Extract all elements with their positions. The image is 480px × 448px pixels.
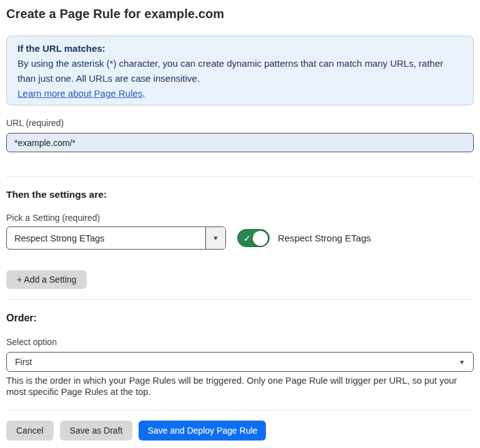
pick-setting-label: Pick a Setting (required) [6,213,474,223]
toggle-knob [253,231,268,246]
page-rule-form: Create a Page Rule for example.com If th… [0,0,480,448]
cancel-button[interactable]: Cancel [6,421,54,441]
check-icon: ✓ [243,233,251,242]
info-box-link-line: Learn more about Page Rules. [17,86,463,101]
url-match-info-box: If the URL matches: By using the asteris… [6,36,474,105]
order-select[interactable]: First ▼ [6,352,474,372]
setting-select[interactable]: Respect Strong ETags ▼ [6,226,226,250]
toggle-label: Respect Strong ETags [278,233,371,243]
add-setting-button[interactable]: + Add a Setting [6,270,87,289]
order-help-text: This is the order in which your Page Rul… [6,375,468,397]
footer-buttons: Cancel Save as Draft Save and Deploy Pag… [6,421,474,441]
info-box-heading: If the URL matches: [17,41,463,56]
divider [6,176,474,177]
save-as-draft-button[interactable]: Save as Draft [60,421,133,441]
url-field-label: URL (required) [6,118,474,129]
etags-toggle[interactable]: ✓ [237,229,270,247]
settings-section-heading: Then the settings are: [6,189,474,200]
url-input[interactable] [6,133,474,152]
info-box-body: By using the asterisk (*) character, you… [17,56,463,86]
order-section-heading: Order: [6,312,474,324]
setting-row: Respect Strong ETags ▼ ✓ Respect Strong … [6,226,474,250]
setting-select-value: Respect Strong ETags [7,227,205,249]
chevron-down-icon: ▼ [459,359,465,366]
order-select-label: Select option [6,337,474,348]
divider [6,299,474,299]
divider [6,410,474,411]
order-select-value: First [15,357,32,367]
page-title: Create a Page Rule for example.com [6,6,474,22]
dropdown-arrow-icon[interactable]: ▼ [205,227,225,249]
save-and-deploy-button[interactable]: Save and Deploy Page Rule [139,421,266,441]
link-suffix: . [142,88,145,99]
learn-more-link[interactable]: Learn more about Page Rules [17,88,142,99]
